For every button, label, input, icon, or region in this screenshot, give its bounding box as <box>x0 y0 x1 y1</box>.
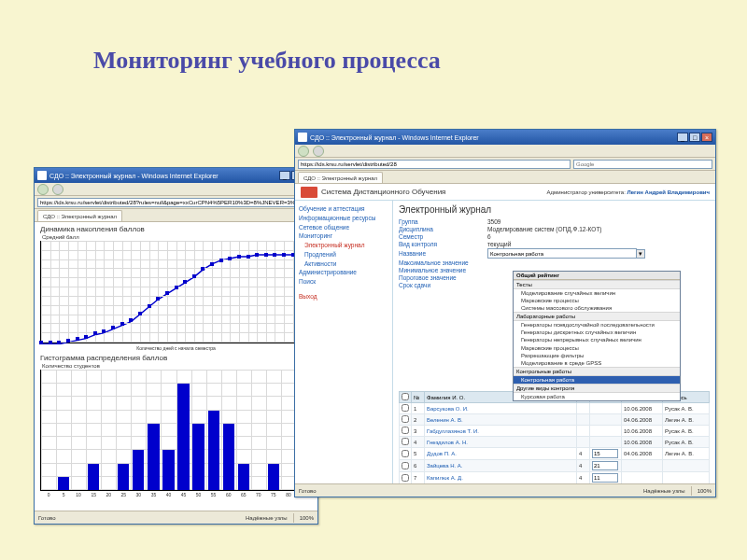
row-check[interactable] <box>402 462 409 469</box>
dd-opt[interactable]: Генераторы дискретных случайных величин <box>514 329 680 336</box>
dd-opt[interactable]: Генераторы непрерывных случайных величин <box>514 336 680 343</box>
cell-fio[interactable]: Габдуллазянов Т. И. <box>425 426 577 437</box>
side-activity[interactable]: Активности <box>299 259 388 269</box>
select-all[interactable] <box>402 393 409 400</box>
dd-grp-labs: Лабораторные работы <box>514 312 680 321</box>
score-input[interactable] <box>592 461 618 470</box>
close-button[interactable]: × <box>701 133 712 142</box>
cell-date: 10.06.2008 <box>622 437 663 448</box>
cell-sig <box>663 460 710 472</box>
bar <box>177 384 189 490</box>
chevron-down-icon[interactable]: ▾ <box>636 249 645 259</box>
dd-opt-selected[interactable]: Контрольная работа <box>514 376 680 384</box>
lbl-name: Название <box>399 250 487 257</box>
lbl-thr: Пороговое значение <box>399 274 487 281</box>
url-input[interactable] <box>37 198 315 207</box>
side-search[interactable]: Поиск <box>299 277 388 287</box>
row-check[interactable] <box>402 404 409 412</box>
minimize-button[interactable]: _ <box>677 133 688 142</box>
chart1-title: Динамика накопления баллов <box>35 222 317 234</box>
forward-button[interactable] <box>313 146 324 157</box>
back-button[interactable] <box>298 146 309 157</box>
dd-opt[interactable]: Моделирование в среде GPSS <box>514 359 680 367</box>
sdo-main: Электронный журнал Группа3509 Дисциплина… <box>393 201 715 483</box>
cell-date: 10.06.2008 <box>622 426 663 437</box>
sdo-sidebar: Обучение и аттестация Информационные рес… <box>295 201 393 483</box>
cell-date <box>622 460 663 472</box>
lbl-sem: Семестр <box>399 233 487 240</box>
score-input[interactable] <box>592 473 618 483</box>
titlebar[interactable]: СДО :: Электронный журнал - Windows Inte… <box>295 130 715 145</box>
window-title: СДО :: Электронный журнал - Windows Inte… <box>49 173 218 179</box>
cell-fio[interactable]: Гнездилов А. Н. <box>425 437 577 448</box>
forward-button[interactable] <box>52 184 63 195</box>
row-check[interactable] <box>402 438 409 445</box>
side-monitoring[interactable]: Мониторинг <box>299 231 388 241</box>
sdo-header: Система Дистанционного Обучения Админист… <box>295 184 715 201</box>
cell-val <box>577 414 590 426</box>
side-exit[interactable]: Выход <box>299 292 388 301</box>
titlebar[interactable]: СДО :: Электронный журнал - Windows Inte… <box>35 168 317 183</box>
cell-date: 10.06.2008 <box>622 403 663 414</box>
search-input[interactable] <box>573 160 712 169</box>
side-resources[interactable]: Информационные ресурсы <box>299 214 388 223</box>
cell-val <box>577 437 590 448</box>
cell-fio[interactable]: Зайцева Н. А. <box>425 460 577 472</box>
cell-score <box>590 426 622 437</box>
bar <box>192 424 204 490</box>
cell-fio[interactable]: Капилюк А. Д. <box>425 472 577 484</box>
cell-sig <box>663 472 710 484</box>
browser-window-charts: СДО :: Электронный журнал - Windows Inte… <box>34 167 318 525</box>
side-learning[interactable]: Обучение и аттестация <box>299 204 388 214</box>
status-zoom: 100% <box>300 515 314 521</box>
dd-grp-other: Другие виды контроля <box>514 384 680 393</box>
status-zone: Надёжные узлы <box>246 515 288 521</box>
dd-opt[interactable]: Системы массового обслуживания <box>514 304 680 312</box>
back-button[interactable] <box>37 184 49 195</box>
nav-toolbar <box>295 145 715 158</box>
slide-title: Мониторинг учебного процесса <box>93 47 441 75</box>
dd-opt[interactable]: Марковские процессы <box>514 344 680 352</box>
page-title: Электронный журнал <box>399 204 710 215</box>
row-check[interactable] <box>402 427 409 434</box>
row-check[interactable] <box>402 415 409 423</box>
score-input[interactable] <box>592 449 618 458</box>
th-no[interactable]: № <box>412 392 425 403</box>
sdo-app: Система Дистанционного Обучения Админист… <box>295 184 715 483</box>
side-network[interactable]: Сетевое общение <box>299 223 388 232</box>
cell-fio[interactable]: Беленин А. В. <box>425 414 577 426</box>
side-prolong[interactable]: Продлений <box>299 250 388 259</box>
cell-date: 04.06.2008 <box>622 414 663 426</box>
dd-opt[interactable]: Моделирование случайных величин <box>514 289 680 297</box>
url-input[interactable] <box>298 160 571 169</box>
cell-no: 1 <box>412 403 425 414</box>
bar-chart: 0123456789051015202530354045505560657075… <box>40 370 312 491</box>
dd-opt[interactable]: Генераторы псевдослучайной последователь… <box>514 321 680 329</box>
cell-fio[interactable]: Барсукова О. И. <box>425 403 577 414</box>
cell-fio[interactable]: Дудов П. А. <box>425 448 577 460</box>
row-check[interactable] <box>402 474 409 482</box>
dd-opt[interactable]: Разрешающие фильтры <box>514 352 680 359</box>
bar <box>118 464 129 490</box>
cell-val <box>577 426 590 437</box>
side-admin[interactable]: Администрирование <box>299 268 388 277</box>
maximize-button[interactable]: □ <box>689 133 700 142</box>
address-bar <box>295 158 715 171</box>
cell-no: 2 <box>412 414 425 426</box>
cell-score <box>590 403 622 414</box>
control-type-dropdown[interactable]: Общий рейтинг Тесты Моделирование случай… <box>513 271 681 401</box>
dd-opt[interactable]: Марковские процессы <box>514 297 680 304</box>
bar <box>208 411 219 490</box>
tab-active[interactable]: СДО :: Электронный журнал <box>37 210 122 221</box>
cell-no: 7 <box>412 472 425 484</box>
ie-icon <box>37 171 47 180</box>
tab-active[interactable]: СДО :: Электронный журнал <box>298 172 383 183</box>
inp-name[interactable] <box>487 248 637 259</box>
row-check[interactable] <box>402 450 409 457</box>
table-row: 7Капилюк А. Д.4 <box>400 472 710 484</box>
minimize-button[interactable]: _ <box>279 171 290 180</box>
status-bar: Готово Надёжные узлы 100% <box>35 511 317 524</box>
dd-header[interactable]: Общий рейтинг <box>514 272 680 280</box>
dd-opt[interactable]: Курсовая работа <box>514 393 680 400</box>
side-journal[interactable]: Электронный журнал <box>299 241 388 250</box>
